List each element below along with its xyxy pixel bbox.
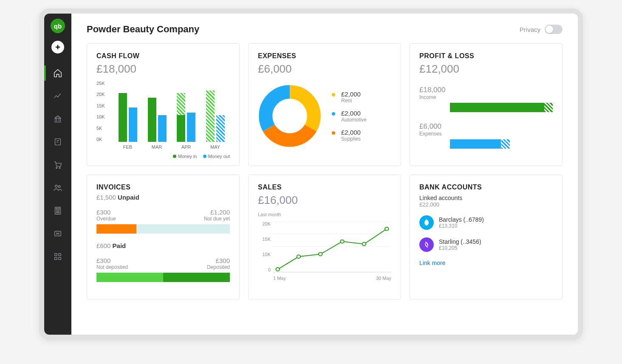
cashflow-y-axis: 25K20K15K10K5K0K — [96, 81, 112, 142]
privacy-label: Privacy — [520, 26, 540, 33]
svg-point-2 — [59, 167, 60, 169]
svg-point-11 — [57, 212, 58, 213]
svg-point-1 — [56, 167, 57, 169]
income-bar — [450, 103, 553, 112]
sales-card[interactable]: SALES £16,000 Last month 20K15K10K0 1 — [248, 175, 401, 299]
svg-point-8 — [57, 211, 58, 211]
svg-rect-17 — [59, 257, 61, 260]
nav-apps[interactable] — [53, 251, 63, 262]
svg-point-28 — [362, 243, 366, 246]
nav-customers[interactable] — [53, 183, 63, 193]
cashflow-bars — [113, 81, 230, 142]
sales-subtitle: Last month — [258, 212, 391, 217]
unpaid-bar — [96, 224, 230, 234]
cashflow-legend: Money in Money out — [173, 154, 230, 159]
cashflow-card[interactable]: CASH FLOW £18,000 25K20K15K10K5K0K FEBMA… — [87, 43, 240, 166]
sales-title: SALES — [258, 183, 391, 191]
expenses-value: £6,000 — [419, 122, 553, 131]
nav-home[interactable] — [53, 68, 63, 78]
nav-sales[interactable] — [53, 160, 63, 170]
svg-point-4 — [58, 186, 60, 188]
nav-reports[interactable] — [53, 91, 63, 101]
svg-point-26 — [319, 252, 322, 256]
nav-taxes[interactable] — [53, 229, 63, 239]
expenses-legend: £2,000Rent £2,000Automotive £2,000Suppli… — [332, 90, 367, 142]
svg-point-27 — [340, 240, 344, 243]
invoices-card[interactable]: INVOICES £1,500 Unpaid £300£1,200 Overdu… — [87, 175, 240, 299]
bank-row-barclays[interactable]: Barclays (..6789)£13,310 — [419, 215, 553, 230]
cashflow-x-axis: FEBMARAPRMAY — [113, 144, 230, 150]
linked-accounts-label: Linked accounts — [419, 195, 553, 201]
profit-loss-card[interactable]: PROFIT & LOSS £12,000 £18,000 Income £6,… — [410, 43, 563, 166]
income-label: Income — [419, 94, 553, 100]
expenses-amount: £6,000 — [258, 62, 391, 76]
linked-accounts-total: £22,000 — [419, 201, 553, 208]
svg-point-10 — [57, 212, 57, 213]
expenses-bar — [450, 139, 510, 149]
svg-point-24 — [276, 268, 280, 271]
svg-rect-0 — [55, 139, 61, 145]
company-name: Powder Beauty Company — [87, 24, 199, 35]
sales-y-axis: 20K15K10K0 — [258, 221, 271, 272]
svg-rect-15 — [59, 254, 61, 256]
invoices-title: INVOICES — [96, 183, 230, 191]
expenses-title: EXPENSES — [258, 52, 391, 60]
nav-receipts[interactable] — [53, 137, 63, 147]
cashflow-title: CASH FLOW — [96, 52, 230, 60]
privacy-toggle[interactable] — [545, 25, 563, 34]
svg-point-25 — [297, 255, 301, 258]
expenses-donut-icon — [258, 84, 322, 148]
svg-rect-6 — [56, 209, 59, 210]
qb-logo-icon: qb — [51, 19, 65, 33]
expenses-label: Expenses — [419, 131, 553, 137]
bank-title: BANK ACCOUNTS — [419, 183, 553, 191]
paid-bar — [96, 273, 230, 282]
svg-point-29 — [385, 227, 389, 231]
income-value: £18,000 — [419, 86, 553, 94]
svg-rect-16 — [55, 257, 57, 260]
profit-loss-title: PROFIT & LOSS — [419, 52, 553, 60]
sales-line-chart — [273, 221, 391, 272]
main-content: Powder Beauty Company Privacy CASH FLOW … — [71, 14, 578, 335]
svg-point-3 — [55, 185, 58, 188]
invoices-unpaid: £1,500 Unpaid — [96, 194, 230, 201]
nav-calculator[interactable] — [53, 206, 63, 216]
starling-icon — [419, 237, 434, 252]
nav-banking[interactable] — [53, 114, 63, 124]
svg-rect-14 — [55, 254, 57, 256]
sales-x-axis: 1 May30 May — [273, 276, 391, 281]
cashflow-amount: £18,000 — [96, 62, 230, 76]
invoices-paid: £600 Paid — [96, 242, 230, 249]
sidebar: qb + — [44, 14, 71, 335]
link-more-button[interactable]: Link more — [419, 260, 553, 266]
svg-point-9 — [59, 211, 59, 211]
barclays-icon — [419, 215, 434, 230]
bank-accounts-card[interactable]: BANK ACCOUNTS Linked accounts £22,000 Ba… — [410, 175, 563, 299]
expenses-card[interactable]: EXPENSES £6,000 £2,000Rent £2,000Automot… — [248, 43, 401, 166]
svg-point-12 — [59, 212, 59, 213]
profit-loss-amount: £12,000 — [419, 62, 553, 76]
sales-amount: £16,000 — [258, 194, 391, 207]
add-button[interactable]: + — [51, 41, 64, 54]
svg-point-7 — [57, 211, 57, 211]
bank-row-starling[interactable]: Starling (..3456)£10,205 — [419, 237, 553, 252]
